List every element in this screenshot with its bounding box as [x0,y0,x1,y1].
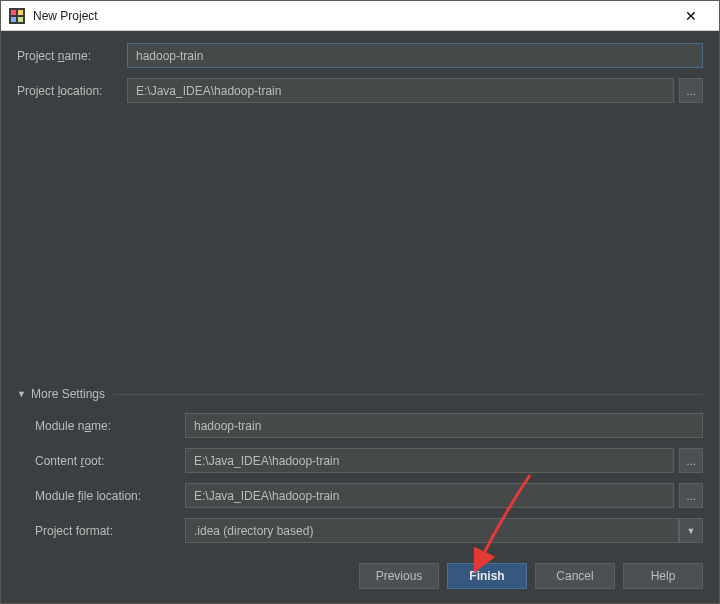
app-icon [9,8,25,24]
close-icon[interactable]: ✕ [671,2,711,30]
module-name-input[interactable] [185,413,703,438]
project-location-label: Project location: [17,84,127,98]
project-location-row: Project location: ... [17,78,703,103]
project-name-label: Project name: [17,49,127,63]
more-settings-panel: Module name: Content root: ... Module fi… [17,405,703,553]
content-root-row: Content root: ... [35,448,703,473]
more-settings-label: More Settings [31,387,105,401]
module-file-location-browse-button[interactable]: ... [679,483,703,508]
svg-rect-2 [18,10,23,15]
module-file-location-input[interactable] [185,483,674,508]
dialog-content: Project name: Project location: ... ▼ Mo… [1,31,719,553]
spacer [17,113,703,387]
new-project-dialog: New Project ✕ Project name: Project loca… [0,0,720,604]
project-format-dropdown[interactable]: ▼ [185,518,703,543]
svg-rect-4 [18,17,23,22]
content-root-input[interactable] [185,448,674,473]
more-settings-toggle[interactable]: ▼ More Settings [17,387,703,401]
module-file-location-row: Module file location: ... [35,483,703,508]
project-location-input[interactable] [127,78,674,103]
previous-button[interactable]: Previous [359,563,439,589]
module-name-row: Module name: [35,413,703,438]
module-name-label: Module name: [35,419,185,433]
project-format-value[interactable] [185,518,679,543]
finish-button[interactable]: Finish [447,563,527,589]
svg-rect-1 [11,10,16,15]
project-format-row: Project format: ▼ [35,518,703,543]
content-root-browse-button[interactable]: ... [679,448,703,473]
module-file-location-label: Module file location: [35,489,185,503]
project-location-browse-button[interactable]: ... [679,78,703,103]
titlebar: New Project ✕ [1,1,719,31]
project-format-label: Project format: [35,524,185,538]
help-button[interactable]: Help [623,563,703,589]
project-name-input[interactable] [127,43,703,68]
cancel-button[interactable]: Cancel [535,563,615,589]
content-root-label: Content root: [35,454,185,468]
button-bar: Previous Finish Cancel Help [1,553,719,603]
svg-rect-3 [11,17,16,22]
caret-down-icon: ▼ [17,389,27,399]
separator [113,394,703,395]
chevron-down-icon[interactable]: ▼ [679,518,703,543]
project-name-row: Project name: [17,43,703,68]
window-title: New Project [33,9,671,23]
